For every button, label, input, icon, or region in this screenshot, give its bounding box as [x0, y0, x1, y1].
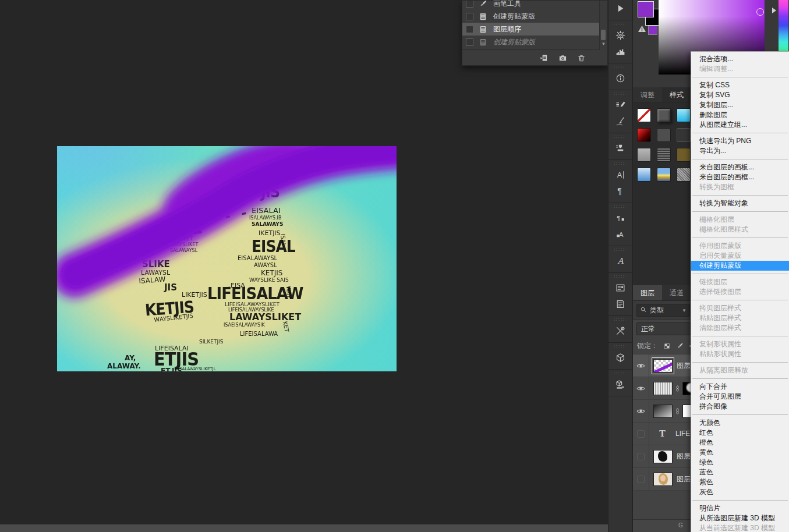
- layer-visibility-toggle[interactable]: [633, 423, 649, 445]
- style-swatch-redblack[interactable]: [637, 128, 651, 142]
- dock-histogram-button[interactable]: [608, 43, 632, 59]
- dock-measurement-log-button[interactable]: [608, 376, 632, 392]
- layer-visibility-toggle[interactable]: [633, 400, 649, 422]
- dock-group-grip[interactable]: [614, 65, 627, 68]
- dock-group-grip[interactable]: [614, 22, 627, 25]
- dock-group-grip[interactable]: [614, 371, 627, 374]
- layer-visibility-toggle[interactable]: [633, 445, 649, 467]
- dock-clone-source-button[interactable]: [608, 140, 632, 156]
- context-menu-item[interactable]: 绿色: [691, 457, 789, 467]
- dock-group-grip[interactable]: [614, 275, 627, 278]
- scrollbar-thumb[interactable]: [601, 30, 606, 40]
- lock-pixels-icon[interactable]: [676, 342, 684, 350]
- new-document-from-state-button[interactable]: [540, 54, 549, 62]
- context-menu-item[interactable]: 无颜色: [691, 418, 789, 428]
- dock-group-grip[interactable]: [614, 205, 627, 208]
- context-menu-item[interactable]: 创建剪贴蒙版: [691, 261, 789, 271]
- dock-tool-presets-button[interactable]: [608, 322, 632, 339]
- gamut-safe-swatch[interactable]: [648, 26, 657, 35]
- style-swatch-none[interactable]: [637, 108, 651, 122]
- style-swatch-sunset[interactable]: [657, 168, 671, 182]
- dock-character-styles-button[interactable]: A: [608, 226, 632, 242]
- dock-paragraph-button[interactable]: ¶: [608, 183, 632, 199]
- context-menu-item[interactable]: 从所选图层新建 3D 模型: [691, 513, 789, 523]
- context-menu-item[interactable]: 蓝色: [691, 467, 789, 477]
- context-menu-item[interactable]: 灰色: [691, 487, 789, 497]
- tab-图层[interactable]: 图层: [633, 285, 662, 300]
- history-snapshot-checkbox[interactable]: [466, 13, 473, 20]
- context-menu-item[interactable]: 明信片: [691, 503, 789, 513]
- dock-info-button[interactable]: [608, 70, 632, 86]
- context-menu-item[interactable]: 黄色: [691, 448, 789, 457]
- dock-group-grip[interactable]: [614, 135, 627, 138]
- dock-group-grip[interactable]: [614, 92, 627, 95]
- dock-group-grip[interactable]: [614, 248, 627, 251]
- layer-thumbnail[interactable]: [653, 450, 673, 463]
- history-snapshot-checkbox[interactable]: [466, 0, 473, 8]
- context-menu-item[interactable]: 拼合图像: [691, 402, 789, 412]
- dock-3d-button[interactable]: [608, 349, 632, 366]
- layer-visibility-toggle[interactable]: [633, 354, 649, 377]
- history-state-row[interactable]: 创建剪贴蒙版: [462, 10, 607, 23]
- context-menu-item[interactable]: 橙色: [691, 438, 789, 448]
- dock-brushes-button[interactable]: [608, 113, 632, 129]
- scroll-down-icon[interactable]: ▼: [600, 41, 607, 47]
- history-state-row[interactable]: 图层顺序: [462, 23, 607, 36]
- context-menu-item[interactable]: 从图层建立组...: [691, 120, 789, 130]
- layer-visibility-toggle[interactable]: [633, 377, 649, 399]
- style-swatch-blue[interactable]: [637, 168, 651, 182]
- context-menu-item[interactable]: 复制 SVG: [691, 90, 789, 100]
- style-swatch-olive[interactable]: [677, 148, 691, 162]
- context-menu-item[interactable]: 复制图层...: [691, 100, 789, 110]
- color-picker-cursor[interactable]: [756, 8, 764, 16]
- layer-thumbnail[interactable]: [653, 405, 673, 418]
- style-swatch-flat[interactable]: [657, 128, 671, 142]
- delete-state-button[interactable]: [577, 54, 586, 62]
- tab-通道[interactable]: 通道: [662, 285, 691, 300]
- document-canvas[interactable]: IEBJISEISALAIISALAWAYS.IBSALAWAYSIKETJIS…: [57, 146, 397, 371]
- context-menu-item[interactable]: 来自图层的画板...: [691, 162, 789, 172]
- context-menu-item[interactable]: 来自图层的画框...: [691, 172, 789, 182]
- history-scrollbar[interactable]: ▼: [599, 1, 607, 49]
- context-menu-item[interactable]: 转换为智能对象: [691, 198, 789, 208]
- dock-navigator-button[interactable]: [608, 27, 632, 43]
- tab-样式[interactable]: 样式: [662, 87, 691, 102]
- history-snapshot-checkbox[interactable]: [466, 38, 473, 46]
- dock-paragraph-styles-button[interactable]: ¶: [608, 210, 632, 226]
- context-menu-item[interactable]: 快速导出为 PNG: [691, 136, 789, 146]
- history-state-row[interactable]: 创建剪贴蒙版: [462, 36, 607, 48]
- dock-actions-play-button[interactable]: [608, 0, 632, 16]
- style-swatch-bevel[interactable]: [657, 108, 671, 122]
- dock-group-grip[interactable]: [614, 318, 627, 321]
- context-menu-item[interactable]: 向下合并: [691, 382, 789, 392]
- dock-group-grip[interactable]: [614, 345, 627, 347]
- style-swatch-outline[interactable]: [677, 128, 691, 142]
- layer-filter-select[interactable]: 类型 ▼: [636, 304, 690, 317]
- foreground-color-swatch[interactable]: [638, 1, 654, 17]
- dock-properties-button[interactable]: [608, 279, 632, 296]
- style-swatch-cyan[interactable]: [677, 108, 691, 122]
- history-state-row[interactable]: 画笔工具: [462, 0, 607, 10]
- style-swatch-noise[interactable]: [677, 168, 691, 182]
- context-menu-item[interactable]: 紫色: [691, 477, 789, 487]
- lock-transparency-icon[interactable]: [663, 342, 671, 350]
- history-snapshot-checkbox[interactable]: [466, 26, 473, 33]
- layer-thumbnail[interactable]: [653, 382, 673, 395]
- hue-slider-arrow[interactable]: [772, 8, 776, 13]
- context-menu-item[interactable]: 导出为...: [691, 146, 789, 156]
- style-swatch-silver[interactable]: [637, 148, 651, 162]
- layer-thumbnail[interactable]: [653, 473, 673, 486]
- context-menu-item[interactable]: 红色: [691, 428, 789, 438]
- layer-thumbnail[interactable]: [653, 359, 673, 373]
- dock-brush-settings-button[interactable]: [608, 97, 632, 113]
- tab-调整[interactable]: 调整: [633, 87, 662, 102]
- style-swatch-texture[interactable]: [657, 148, 671, 162]
- new-snapshot-button[interactable]: [558, 54, 567, 62]
- dock-group-grip[interactable]: [614, 162, 627, 165]
- context-menu-item[interactable]: 复制 CSS: [691, 80, 789, 90]
- context-menu-item[interactable]: 混合选项...: [691, 54, 789, 64]
- context-menu-item[interactable]: 删除图层: [691, 110, 789, 120]
- dock-notes-button[interactable]: [608, 296, 632, 312]
- dock-glyphs-button[interactable]: A: [608, 253, 632, 269]
- dock-character-button[interactable]: A: [608, 166, 632, 183]
